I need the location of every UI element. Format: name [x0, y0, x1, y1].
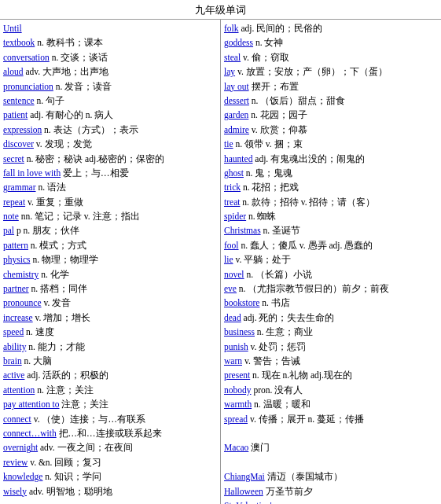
word-text: fall in love with — [3, 168, 61, 178]
word-text: brain — [3, 356, 22, 366]
definition: 温暖；暖和 — [263, 399, 311, 409]
pos-tag: adj. — [255, 154, 268, 164]
word-text: discover — [3, 139, 34, 149]
list-item — [224, 455, 438, 469]
list-item: dessert n. （饭后）甜点；甜食 — [224, 94, 438, 108]
list-item: business n. 生意；商业 — [224, 325, 438, 339]
word-text: fool — [224, 241, 239, 250]
word-text: knowledge — [3, 472, 42, 481]
list-item: Christmas n. 圣诞节 — [224, 223, 438, 237]
list-item: brain n. 大脑 — [3, 354, 217, 368]
pos-tag: v. — [252, 125, 258, 134]
word-text: spread — [224, 414, 248, 424]
definition: 生意；商业 — [266, 327, 313, 337]
definition: （使）连接；与…有联系 — [42, 414, 145, 424]
word-text: pronounce — [3, 298, 42, 307]
pos-tag: n. — [26, 327, 33, 337]
list-item: chemistry n. 化学 — [3, 267, 217, 281]
word-text: folk — [224, 24, 239, 33]
pos-tag: n. — [37, 38, 44, 47]
list-item: warmth n. 温暖；暖和 — [224, 397, 438, 411]
word-text: note — [3, 212, 19, 221]
word-text: wisely — [3, 487, 27, 496]
list-item: lie v. 平躺；处于 — [224, 252, 438, 267]
definition: 放置；安放；产（卵）；下（蛋） — [246, 67, 388, 76]
word-text: lay out — [224, 82, 249, 91]
list-item: eve n. （尤指宗教节假日的）前夕；前夜 — [224, 281, 438, 296]
page-title: 九年级单词 — [0, 0, 441, 20]
pos-tag: n. — [263, 226, 270, 235]
word-text: Macao — [224, 443, 248, 452]
pos-tag: pron. — [253, 385, 272, 395]
pos-tag: nn. — [21, 212, 32, 221]
list-item: repeat v. 重复；重做 — [3, 195, 217, 209]
pos-tag: n. — [24, 356, 31, 366]
word-text: textbook — [3, 38, 35, 47]
word-text: Christmas — [224, 226, 261, 235]
list-item: spider n. 蜘蛛 — [224, 209, 438, 223]
definition: 教科书；课本 — [46, 38, 103, 47]
pos-tag: p n. — [17, 226, 30, 235]
definition: 明智地；聪明地 — [46, 487, 112, 496]
word-text: warn — [224, 356, 242, 366]
list-item: fall in love with 爱上；与…相爱 — [3, 166, 217, 180]
definition: 把…和…连接或联系起来 — [59, 429, 162, 438]
word-text: present — [224, 370, 250, 380]
definition: 现在 n.礼物 adj.现在的 — [262, 370, 352, 380]
list-item: pronunciation n. 发音；读音 — [3, 79, 217, 94]
list-item: pay attention to 注意；关注 — [3, 397, 217, 411]
definition: 活跃的；积极的 — [42, 370, 108, 380]
pos-tag: v. — [35, 313, 42, 322]
definition: （尤指宗教节假日的）前夕；前夜 — [248, 284, 389, 293]
pos-tag: n. — [44, 125, 51, 134]
definition: 大声地；出声地 — [42, 67, 108, 76]
word-text: haunted — [224, 154, 252, 164]
pos-tag: v. — [244, 356, 251, 366]
list-item: warn v. 警告；告诫 — [224, 354, 438, 368]
pos-tag: n. — [27, 154, 34, 164]
pos-tag: n. — [257, 327, 264, 337]
left-column: Untiltextbook n. 教科书；课本conversation n. 交… — [0, 20, 221, 504]
definition: 化学 — [50, 270, 69, 279]
definition: 模式；方式 — [39, 241, 86, 250]
list-item: expression n. 表达（方式）；表示 — [3, 123, 217, 137]
pos-tag: n. — [254, 399, 261, 409]
list-item: ability n. 能力；才能 — [3, 340, 217, 354]
list-item: wisely adv. 明智地；聪明地 — [3, 484, 217, 498]
pos-tag: v. &n. — [30, 458, 52, 467]
pos-tag: n. — [251, 110, 258, 120]
list-item: haunted adj. 有鬼魂出没的；闹鬼的 — [224, 152, 438, 166]
word-text: warmth — [224, 399, 252, 409]
list-item: connect v. （使）连接；与…有联系 — [3, 412, 217, 426]
pos-tag: adj. — [244, 313, 257, 322]
pos-tag: v. — [235, 255, 241, 264]
definition: 发音；读音 — [64, 82, 112, 91]
pos-tag: v. — [28, 197, 34, 207]
word-text: ability — [3, 342, 26, 351]
definition: 有耐心的 n. 病人 — [46, 110, 113, 120]
list-item: pronounce v. 发音 — [3, 296, 217, 310]
list-item: review v. &n. 回顾；复习 — [3, 455, 217, 469]
word-text: aloud — [3, 67, 24, 76]
definition: 偷；窃取 — [252, 53, 289, 62]
pos-tag: n. — [56, 82, 63, 91]
pos-tag: n. — [243, 182, 250, 192]
definition: 没有人 — [274, 385, 303, 395]
definition: 平躺；处于 — [244, 255, 291, 264]
word-text: eve — [224, 284, 237, 293]
list-item: pal p n. 朋友；伙伴 — [3, 223, 217, 237]
word-text: expression — [3, 125, 42, 134]
pos-tag: adv. — [25, 67, 40, 76]
pos-tag: v. — [36, 139, 42, 149]
word-text: chemistry — [3, 270, 39, 279]
list-item: partner n. 搭档；同伴 — [3, 281, 217, 296]
word-text: novel — [224, 270, 244, 279]
list-item: treat n. 款待；招待 v. 招待；请（客） — [224, 195, 438, 209]
list-item: folk adj. 民间的；民俗的 — [224, 21, 438, 35]
definition: 清迈（泰国城市） — [267, 472, 343, 481]
definition: 书店 — [271, 298, 290, 307]
word-text: repeat — [3, 197, 25, 207]
list-item: ChiangMai 清迈（泰国城市） — [224, 469, 438, 484]
list-item: punish v. 处罚；惩罚 — [224, 340, 438, 354]
list-item: Halloween 万圣节前夕 — [224, 484, 438, 498]
